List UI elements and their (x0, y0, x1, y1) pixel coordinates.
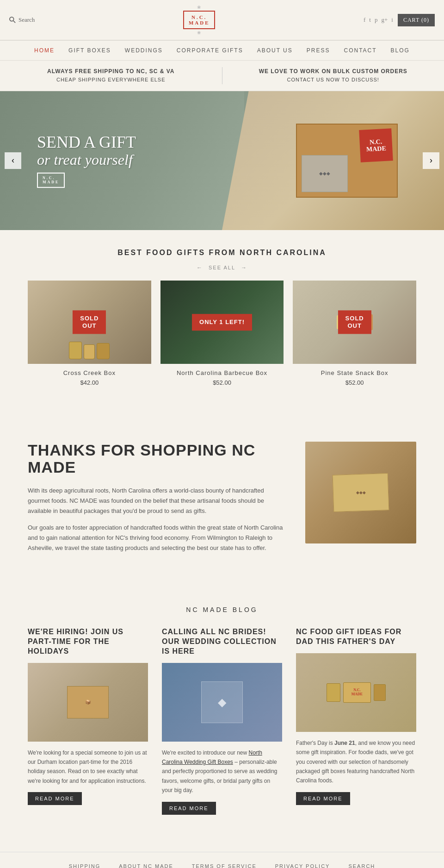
logo-flower-bottom: ❀ (35, 30, 364, 35)
product-badge-1: SOLDOUT (73, 310, 106, 334)
blog-image-3: N.C.MADE (296, 653, 416, 732)
search-area[interactable]: Search (9, 16, 35, 24)
prev-arrow[interactable]: ← (197, 264, 203, 271)
svg-point-0 (10, 17, 14, 21)
about-text: THANKS FOR SHOPPING NC MADE With its dee… (28, 442, 287, 560)
footer-terms[interactable]: TERMS OF SERVICE (192, 863, 257, 868)
blog-title-1: WE'RE HIRING! JOIN US PART-TIME FOR THE … (28, 627, 148, 656)
hero-box: N.C. MADE ◆◆◆ (296, 124, 398, 198)
announcement-left: ALWAYS FREE SHIPPING TO NC, SC & VA CHEA… (18, 67, 222, 84)
blog-image-2: ◆ (162, 663, 282, 742)
blog-title-3: NC FOOD GIFT IDEAS FOR DAD THIS FATHER'S… (296, 627, 416, 647)
googleplus-icon[interactable]: g+ (381, 16, 388, 24)
nav-about-us[interactable]: ABOUT US (257, 47, 293, 54)
products-section-nav: ← SEE ALL → (0, 264, 444, 271)
about-para1: With its deep agricultural roots, North … (28, 486, 287, 516)
about-box-visual: ◆◆◆ (333, 473, 389, 512)
footer-shipping[interactable]: SHIPPING (69, 863, 101, 868)
site-logo[interactable]: N.C. MADE (183, 11, 216, 29)
blog-card-3: NC FOOD GIFT IDEAS FOR DAD THIS FATHER'S… (296, 627, 416, 814)
hero-content: SEND A GIFT or treat yourself N.C. MADE (37, 133, 136, 188)
blog-read-more-3[interactable]: READ MORE (296, 792, 350, 805)
hero-badge-line2: MADE (43, 180, 59, 184)
pinterest-icon[interactable]: p (375, 16, 378, 24)
product-image-3: SOLDOUT (293, 281, 416, 364)
announce-right-title: WE LOVE TO WORK ON BULK CUSTOM ORDERS (241, 67, 426, 76)
social-icons: f t p g+ i (364, 16, 393, 24)
product-card-1[interactable]: SOLDOUT Cross Creek Box $42.00 (28, 281, 151, 386)
wedding-boxes-link[interactable]: North Carolina Wedding Gift Boxes (162, 749, 262, 765)
hero-slider: ‹ SEND A GIFT or treat yourself N.C. MAD… (0, 91, 444, 230)
product-badge-2: ONLY 1 LEFT! (192, 314, 252, 331)
footer-search[interactable]: SEARCH (348, 863, 375, 868)
next-arrow[interactable]: → (241, 264, 247, 271)
announce-left-title: ALWAYS FREE SHIPPING TO NC, SC & VA (18, 67, 204, 76)
blog-jar-2 (374, 684, 386, 701)
see-all-link[interactable]: SEE ALL (209, 265, 235, 270)
main-nav: HOME GIFT BOXES WEDDINGS CORPORATE GIFTS… (0, 40, 444, 61)
product-name-2: North Carolina Barbecue Box (160, 369, 284, 376)
blog-img-box-2: ◆ (201, 681, 243, 723)
blog-jar-1 (327, 683, 340, 702)
product-name-3: Pine State Snack Box (293, 369, 416, 376)
logo-flower-top: ❀ (35, 5, 364, 10)
nc-made-stamp: N.C. MADE (359, 128, 393, 162)
footer-nav: SHIPPING ABOUT NC MADE TERMS OF SERVICE … (0, 852, 444, 868)
product-price-1: $42.00 (28, 379, 151, 386)
logo-area: ❀ N.C. MADE ❀ (35, 5, 364, 35)
top-right: f t p g+ i CART (0) (364, 14, 435, 26)
slider-prev-button[interactable]: ‹ (5, 152, 21, 169)
nav-home[interactable]: HOME (34, 47, 55, 54)
hero-line2: or treat yourself (37, 151, 133, 168)
footer-about[interactable]: ABOUT NC MADE (119, 863, 173, 868)
blog-image-1: 📦 (28, 663, 148, 742)
blog-card-2: CALLING ALL NC BRIDES! OUR WEDDING COLLE… (162, 627, 282, 814)
footer-privacy[interactable]: PRIVACY POLICY (275, 863, 330, 868)
jar-decor (97, 343, 110, 359)
jar-decor (69, 342, 82, 359)
twitter-icon[interactable]: t (369, 16, 371, 24)
products-section: BEST FOOD GIFTS FROM NORTH CAROLINA ← SE… (0, 230, 444, 414)
product-image-1: SOLDOUT (28, 281, 151, 364)
blog-body-1: We're looking for a special someone to j… (28, 748, 148, 786)
nav-contact[interactable]: CONTACT (344, 47, 376, 54)
nav-blog[interactable]: BLOG (391, 47, 410, 54)
instagram-icon[interactable]: i (391, 16, 393, 24)
about-title: THANKS FOR SHOPPING NC MADE (28, 442, 287, 476)
cart-label: CART (403, 17, 419, 23)
blog-read-more-2[interactable]: READ MORE (162, 802, 216, 815)
blog-body-3: Father's Day is June 21, and we know you… (296, 738, 416, 786)
logo-line1: N.C. (189, 14, 210, 20)
nav-press[interactable]: PRESS (307, 47, 330, 54)
blog-img-box-1: 📦 (67, 686, 109, 718)
about-para2: Our goals are to foster appreciation of … (28, 523, 287, 553)
blog-section-title: NC MADE BLOG (28, 606, 416, 613)
search-label: Search (18, 16, 35, 24)
product-image-2: BBQ ONLY 1 LEFT! (160, 281, 284, 364)
blog-card-1: WE'RE HIRING! JOIN US PART-TIME FOR THE … (28, 627, 148, 814)
announcement-bar: ALWAYS FREE SHIPPING TO NC, SC & VA CHEA… (0, 61, 444, 91)
blog-title-2: CALLING ALL NC BRIDES! OUR WEDDING COLLE… (162, 627, 282, 656)
product-card-3[interactable]: SOLDOUT Pine State Snack Box $52.00 (293, 281, 416, 386)
products-grid: SOLDOUT Cross Creek Box $42.00 BBQ ONLY … (0, 281, 444, 405)
blog-read-more-1[interactable]: READ MORE (28, 792, 82, 805)
blog-grid: WE'RE HIRING! JOIN US PART-TIME FOR THE … (28, 627, 416, 814)
product-name-1: Cross Creek Box (28, 369, 151, 376)
nav-gift-boxes[interactable]: GIFT BOXES (68, 47, 111, 54)
hero-headline2: or treat yourself (37, 151, 136, 168)
cart-count: (0) (421, 17, 429, 23)
facebook-icon[interactable]: f (364, 16, 365, 24)
announce-left-subtitle: CHEAP SHIPPING EVERYWHERE ELSE (18, 76, 204, 84)
about-section: THANKS FOR SHOPPING NC MADE With its dee… (0, 414, 444, 587)
hero-box-label: ◆◆◆ (302, 155, 348, 192)
cart-button[interactable]: CART (0) (398, 14, 435, 26)
nav-corporate-gifts[interactable]: CORPORATE GIFTS (177, 47, 243, 54)
nav-weddings[interactable]: WEDDINGS (125, 47, 163, 54)
slider-next-button[interactable]: › (423, 152, 439, 169)
hero-line1: SEND A GIFT (37, 133, 136, 151)
stamp-line2: MADE (366, 145, 387, 153)
logo-line2: MADE (189, 20, 210, 25)
blog-body-2: We're excited to introduce our new North… (162, 748, 282, 795)
search-icon (9, 17, 16, 23)
product-card-2[interactable]: BBQ ONLY 1 LEFT! North Carolina Barbecue… (160, 281, 284, 386)
